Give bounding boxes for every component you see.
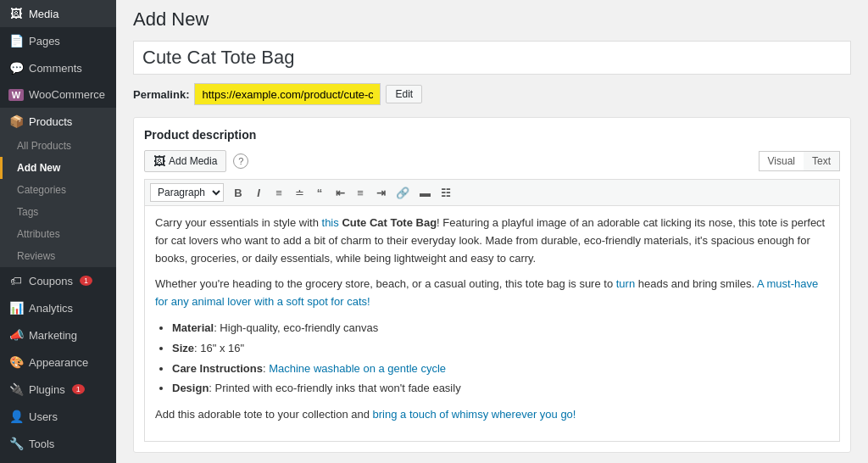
sidebar-item-pages[interactable]: 📄 Pages (0, 27, 116, 54)
permalink-label: Permalink: (133, 88, 189, 101)
sidebar-item-analytics[interactable]: 📊 Analytics (0, 294, 116, 321)
visual-text-tab-group: Visual Text (759, 151, 840, 171)
page-title: Add New (133, 8, 851, 31)
sidebar-item-marketing[interactable]: 📣 Marketing (0, 321, 116, 349)
link-this: this (322, 216, 339, 229)
product-name-bold: Cute Cat Tote Bag (342, 216, 437, 229)
add-media-button[interactable]: 🖼 Add Media (144, 150, 226, 172)
sidebar-item-categories[interactable]: Categories (0, 179, 116, 201)
product-title-input[interactable] (133, 41, 851, 75)
align-right-button[interactable]: ⇥ (371, 185, 390, 201)
tools-icon: 🔧 (8, 437, 24, 450)
link-whimsy: bring a touch of whimsy wherever you go! (373, 408, 576, 421)
sidebar-products-submenu: All Products Add New Categories Tags Att… (0, 135, 116, 267)
bullet-design: Design: Printed with eco-friendly inks t… (172, 380, 829, 398)
coupons-badge: 1 (80, 276, 92, 286)
content-paragraph-2: Whether you're heading to the grocery st… (155, 276, 829, 311)
permalink-row: Permalink: Edit (133, 83, 851, 105)
link-button[interactable]: 🔗 (392, 185, 414, 201)
media-icon: 🖼 (8, 7, 24, 20)
pages-icon: 📄 (8, 34, 24, 47)
link-must-have: A must-have for any animal lover with a … (155, 277, 818, 308)
bullet-size: Size: 16" x 16" (172, 340, 829, 358)
sidebar: 🖼 Media 📄 Pages 💬 Comments W WooCommerce… (0, 0, 116, 463)
products-icon: 📦 (8, 114, 24, 128)
editor-content-area[interactable]: Carry your essentials in style with this… (144, 205, 840, 442)
plugins-icon: 🔌 (8, 382, 24, 396)
sidebar-item-tools[interactable]: 🔧 Tools (0, 430, 116, 457)
ordered-list-button[interactable]: ≐ (290, 185, 309, 201)
add-media-label: Add Media (169, 155, 217, 167)
sidebar-item-tags[interactable]: Tags (0, 201, 116, 223)
sidebar-item-coupons[interactable]: 🏷 Coupons 1 (0, 267, 116, 294)
sidebar-item-settings[interactable]: ⚙ Settings (0, 457, 116, 463)
sidebar-item-attributes[interactable]: Attributes (0, 223, 116, 245)
woocommerce-icon: W (8, 89, 24, 101)
appearance-icon: 🎨 (8, 355, 24, 369)
sidebar-item-reviews[interactable]: Reviews (0, 245, 116, 267)
description-section-title: Product description (144, 128, 840, 142)
product-description-box: Product description 🖼 Add Media ? Visual… (133, 117, 851, 453)
bullet-care: Care Instructions: Machine washable on a… (172, 360, 829, 378)
content-paragraph-1: Carry your essentials in style with this… (155, 215, 829, 267)
users-icon: 👤 (8, 410, 24, 423)
help-icon[interactable]: ? (233, 153, 248, 169)
sidebar-item-appearance[interactable]: 🎨 Appearance (0, 349, 116, 376)
sidebar-item-media[interactable]: 🖼 Media (0, 0, 116, 27)
sidebar-item-add-new[interactable]: Add New (0, 157, 116, 179)
tab-text[interactable]: Text (804, 152, 839, 170)
sidebar-item-all-products[interactable]: All Products (0, 135, 116, 157)
editor-top-bar: 🖼 Add Media ? Visual Text (144, 150, 840, 172)
align-center-button[interactable]: ≡ (351, 185, 370, 201)
link-turn: turn (616, 277, 635, 290)
sidebar-item-products[interactable]: 📦 Products (0, 108, 116, 135)
tab-visual[interactable]: Visual (760, 152, 804, 170)
sidebar-item-comments[interactable]: 💬 Comments (0, 54, 116, 81)
bold-button[interactable]: B (229, 185, 248, 201)
sidebar-item-plugins[interactable]: 🔌 Plugins 1 (0, 376, 116, 403)
unordered-list-button[interactable]: ≡ (270, 185, 288, 201)
comments-icon: 💬 (8, 61, 24, 75)
bullet-material: Material: High-quality, eco-friendly can… (172, 320, 829, 337)
product-bullet-list: Material: High-quality, eco-friendly can… (172, 320, 829, 398)
content-paragraph-3: Add this adorable tote to your collectio… (155, 406, 829, 424)
sidebar-item-woocommerce[interactable]: W WooCommerce (0, 81, 116, 108)
table-button[interactable]: ☷ (437, 185, 455, 201)
permalink-input[interactable] (194, 83, 381, 105)
format-toolbar: Paragraph B I ≡ ≐ “ ⇤ ≡ ⇥ 🔗 ▬ ☷ (144, 179, 840, 205)
main-content: Add New Permalink: Edit Product descript… (116, 0, 868, 463)
coupons-icon: 🏷 (8, 274, 24, 287)
marketing-icon: 📣 (8, 328, 24, 342)
link-care: Machine washable on a gentle cycle (269, 362, 446, 375)
analytics-icon: 📊 (8, 301, 24, 315)
paragraph-select[interactable]: Paragraph (150, 183, 224, 202)
italic-button[interactable]: I (249, 185, 268, 201)
permalink-edit-button[interactable]: Edit (386, 85, 422, 103)
sidebar-item-users[interactable]: 👤 Users (0, 403, 116, 430)
add-media-icon: 🖼 (153, 154, 165, 168)
blockquote-button[interactable]: “ (310, 185, 329, 201)
align-left-button[interactable]: ⇤ (331, 185, 349, 201)
more-button[interactable]: ▬ (415, 185, 435, 201)
plugins-badge: 1 (72, 384, 85, 394)
